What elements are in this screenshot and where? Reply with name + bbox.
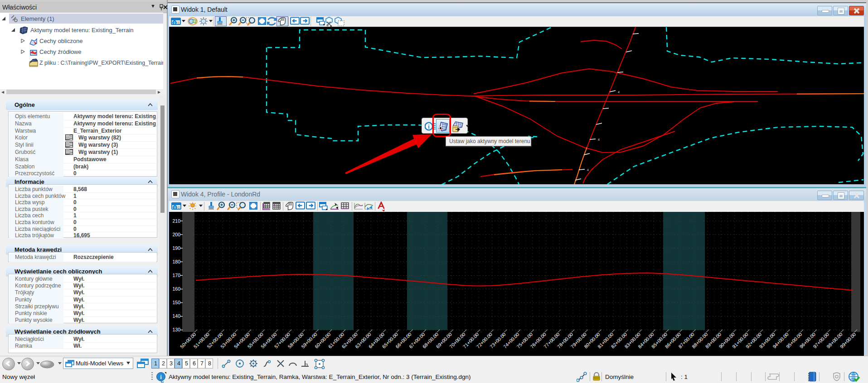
svg-text:4: 4 [618, 91, 620, 94]
svg-text:190: 190 [172, 245, 180, 251]
svg-text:210: 210 [172, 218, 180, 224]
svg-text:i: i [160, 373, 162, 380]
svg-text:200: 200 [172, 232, 180, 237]
svg-text:170: 170 [172, 273, 180, 278]
svg-text:140: 140 [172, 313, 180, 319]
svg-text:160: 160 [172, 286, 180, 292]
svg-text:150: 150 [172, 300, 180, 305]
svg-text:180: 180 [172, 259, 180, 264]
svg-text:4: 4 [587, 168, 589, 172]
svg-text:130: 130 [172, 327, 180, 332]
svg-text:4: 4 [598, 138, 600, 141]
